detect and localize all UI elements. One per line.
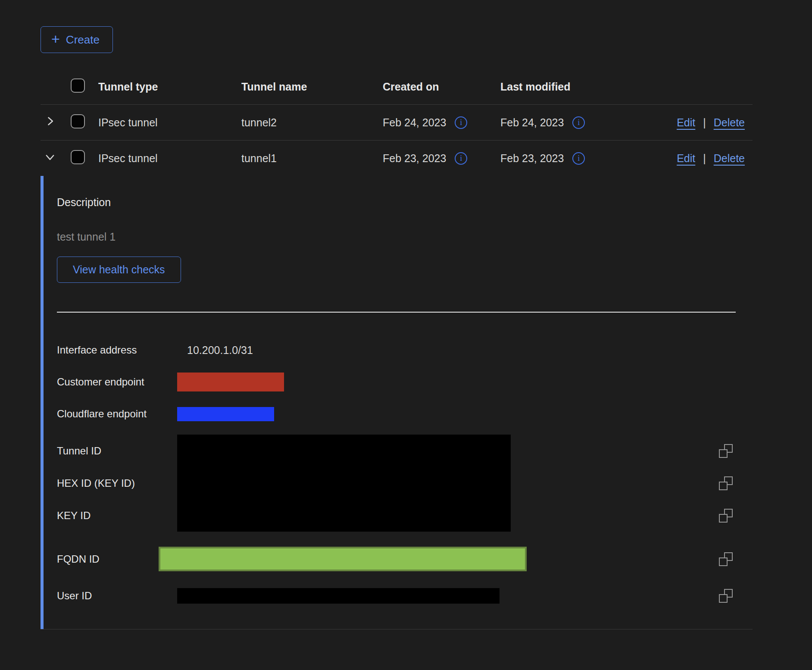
table-bottom-divider bbox=[41, 629, 753, 629]
plus-icon: + bbox=[51, 31, 60, 46]
info-icon[interactable]: i bbox=[572, 152, 585, 165]
cloudflare-endpoint-redacted-value bbox=[177, 407, 274, 421]
customer-endpoint-redacted-value bbox=[177, 373, 284, 391]
delete-link[interactable]: Delete bbox=[714, 152, 745, 165]
info-icon[interactable]: i bbox=[455, 116, 467, 129]
customer-endpoint-label: Customer endpoint bbox=[57, 376, 177, 388]
tunnel-type: IPsec tunnel bbox=[98, 116, 241, 129]
create-button-label: Create bbox=[66, 33, 100, 47]
interface-address-row: Interface address 10.200.1.0/31 bbox=[57, 334, 736, 366]
tunnels-page: + Create Tunnel type Tunnel name Created… bbox=[0, 0, 812, 670]
last-modified-value: Feb 24, 2023 bbox=[500, 116, 564, 129]
column-header-tunnel-name: Tunnel name bbox=[241, 81, 383, 93]
user-id-row: User ID bbox=[57, 587, 736, 604]
edit-link[interactable]: Edit bbox=[677, 116, 695, 129]
info-icon[interactable]: i bbox=[455, 152, 467, 165]
select-all-checkbox[interactable] bbox=[71, 78, 85, 93]
ids-redacted-block bbox=[177, 435, 511, 532]
tunnel-name: tunnel2 bbox=[241, 116, 383, 129]
created-on-value: Feb 23, 2023 bbox=[383, 152, 446, 165]
edit-link[interactable]: Edit bbox=[677, 152, 695, 165]
fqdn-id-redacted-value bbox=[159, 547, 527, 571]
row-checkbox[interactable] bbox=[71, 150, 85, 164]
actions-separator: | bbox=[703, 116, 706, 129]
cloudflare-endpoint-label: Cloudflare endpoint bbox=[57, 408, 177, 420]
user-id-redacted-value bbox=[177, 588, 500, 604]
delete-link[interactable]: Delete bbox=[714, 116, 745, 129]
column-header-tunnel-type: Tunnel type bbox=[98, 81, 241, 93]
column-header-last-modified: Last modified bbox=[500, 81, 624, 93]
copy-icon[interactable] bbox=[719, 476, 733, 490]
copy-icon[interactable] bbox=[719, 509, 733, 523]
copy-icon[interactable] bbox=[719, 444, 733, 458]
customer-endpoint-row: Customer endpoint bbox=[57, 366, 736, 398]
description-label: Description bbox=[57, 196, 753, 209]
tunnel-type: IPsec tunnel bbox=[98, 152, 241, 165]
copy-icon[interactable] bbox=[719, 552, 733, 566]
tunnel-name: tunnel1 bbox=[241, 152, 383, 165]
table-row: IPsec tunnel tunnel2 Feb 24, 2023 i Feb … bbox=[41, 105, 753, 141]
table-header: Tunnel type Tunnel name Created on Last … bbox=[41, 69, 753, 105]
info-icon[interactable]: i bbox=[572, 116, 585, 129]
tunnel-detail-panel: Description test tunnel 1 View health ch… bbox=[41, 176, 753, 629]
hex-id-label: HEX ID (KEY ID) bbox=[57, 477, 177, 489]
description-text: test tunnel 1 bbox=[57, 231, 753, 243]
interface-address-label: Interface address bbox=[57, 344, 177, 356]
cloudflare-endpoint-row: Cloudflare endpoint bbox=[57, 398, 736, 430]
copy-icon[interactable] bbox=[719, 589, 733, 603]
created-on-value: Feb 24, 2023 bbox=[383, 116, 446, 129]
last-modified-value: Feb 23, 2023 bbox=[500, 152, 564, 165]
chevron-right-icon[interactable] bbox=[44, 115, 56, 127]
table-row: IPsec tunnel tunnel1 Feb 23, 2023 i Feb … bbox=[41, 141, 753, 176]
column-header-created-on: Created on bbox=[383, 81, 500, 93]
actions-separator: | bbox=[703, 152, 706, 165]
tunnel-id-label: Tunnel ID bbox=[57, 445, 177, 457]
chevron-down-icon[interactable] bbox=[44, 151, 56, 163]
create-button[interactable]: + Create bbox=[41, 26, 113, 53]
tunnel-ids-section: Tunnel ID HEX ID (KEY ID) KEY ID bbox=[57, 435, 736, 532]
fqdn-id-row: FQDN ID bbox=[57, 547, 736, 571]
tunnels-table: Tunnel type Tunnel name Created on Last … bbox=[41, 69, 753, 629]
interface-address-value: 10.200.1.0/31 bbox=[177, 344, 253, 357]
view-health-checks-button[interactable]: View health checks bbox=[57, 257, 181, 283]
key-id-label: KEY ID bbox=[57, 510, 177, 522]
row-checkbox[interactable] bbox=[71, 114, 85, 128]
user-id-label: User ID bbox=[57, 590, 177, 602]
panel-divider bbox=[57, 312, 736, 313]
